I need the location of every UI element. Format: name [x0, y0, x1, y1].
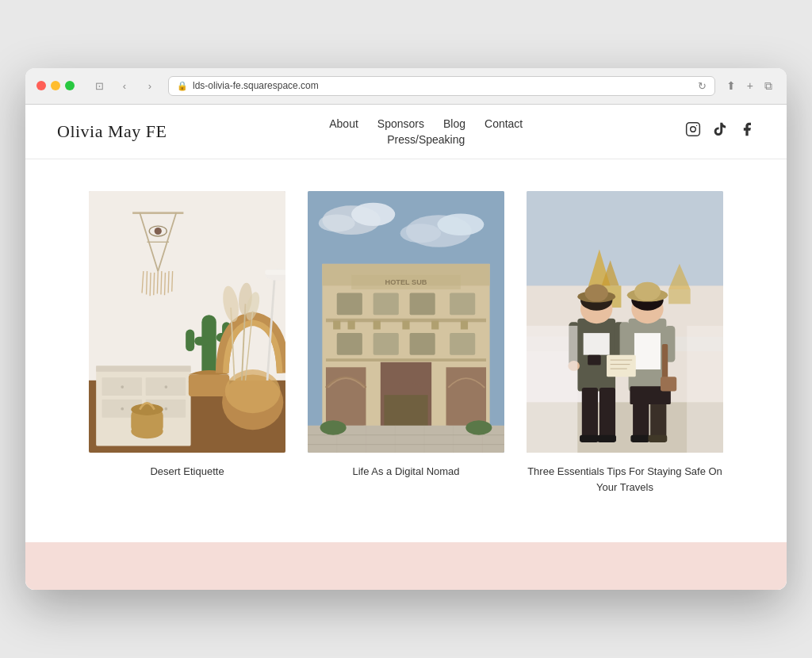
svg-point-41: [131, 404, 163, 415]
svg-rect-31: [194, 336, 209, 345]
back-button[interactable]: ‹: [114, 78, 135, 94]
sidebar-toggle-button[interactable]: ⊡: [89, 78, 109, 94]
svg-line-24: [154, 273, 155, 295]
close-button[interactable]: [36, 81, 46, 90]
svg-rect-6: [96, 365, 190, 371]
svg-rect-68: [373, 320, 381, 329]
blog-image-nomad: HOTEL SUB: [308, 191, 504, 453]
nav-sponsors[interactable]: Sponsors: [377, 117, 424, 130]
svg-point-14: [165, 407, 168, 410]
svg-point-93: [320, 420, 347, 434]
blog-title-nomad: Life As a Digital Nomad: [308, 464, 504, 480]
facebook-icon[interactable]: [739, 121, 755, 141]
svg-point-121: [634, 281, 661, 300]
site-header: Olivia May FE About Sponsors Blog Contac…: [25, 105, 787, 159]
svg-rect-64: [450, 293, 475, 315]
svg-rect-73: [373, 333, 399, 355]
maximize-button[interactable]: [65, 81, 75, 90]
svg-point-38: [225, 369, 281, 413]
svg-rect-50: [265, 270, 285, 274]
svg-rect-63: [410, 293, 435, 315]
site-logo[interactable]: Olivia May FE: [57, 121, 167, 142]
svg-rect-113: [597, 434, 616, 442]
svg-rect-70: [431, 320, 439, 329]
blog-title-travel: Three Essentials Tips For Staying Safe O…: [527, 464, 723, 495]
svg-rect-112: [580, 434, 599, 442]
blog-card-travel[interactable]: Three Essentials Tips For Staying Safe O…: [527, 191, 723, 495]
blog-card-desert[interactable]: Desert Etiquette: [89, 191, 285, 495]
svg-rect-36: [189, 374, 229, 396]
svg-text:HOTEL SUB: HOTEL SUB: [385, 277, 427, 285]
social-icons: [685, 121, 755, 141]
svg-rect-32: [186, 329, 194, 351]
svg-point-12: [165, 385, 168, 388]
site-main: Desert Etiquette: [25, 159, 787, 543]
nav-row-1: About Sponsors Blog Contact: [329, 117, 523, 130]
svg-rect-0: [687, 123, 700, 136]
blog-image-desert: [89, 191, 285, 453]
svg-point-11: [121, 385, 124, 388]
blog-card-nomad[interactable]: HOTEL SUB Life As a Digital Nomad: [308, 191, 504, 495]
svg-rect-61: [337, 293, 362, 315]
svg-point-1: [691, 127, 696, 132]
browser-controls: ⊡ ‹ ›: [89, 78, 160, 94]
nav-row-2: Press/Speaking: [387, 133, 465, 146]
site-nav: About Sponsors Blog Contact Press/Speaki…: [329, 117, 523, 146]
refresh-icon[interactable]: ↻: [698, 80, 707, 92]
svg-rect-111: [599, 388, 615, 438]
svg-point-53: [351, 202, 395, 225]
svg-rect-71: [461, 320, 468, 329]
tiktok-icon[interactable]: [712, 121, 728, 141]
browser-actions: ⬆ + ⧉: [723, 78, 776, 94]
svg-line-29: [172, 271, 173, 292]
svg-rect-122: [634, 333, 661, 369]
svg-rect-135: [661, 377, 676, 391]
svg-rect-82: [448, 388, 484, 426]
traffic-lights: [36, 81, 75, 90]
svg-rect-133: [648, 434, 667, 442]
minimize-button[interactable]: [51, 81, 60, 90]
svg-rect-62: [373, 293, 399, 315]
forward-button[interactable]: ›: [140, 78, 160, 94]
blog-grid: Desert Etiquette: [89, 191, 723, 495]
nav-about[interactable]: About: [329, 117, 358, 130]
svg-line-26: [161, 271, 162, 294]
svg-point-2: [696, 125, 697, 126]
tabs-button[interactable]: ⧉: [761, 78, 776, 94]
svg-rect-75: [450, 333, 475, 355]
url-text: lds-olivia-fe.squarespace.com: [193, 80, 319, 91]
svg-point-57: [400, 224, 441, 243]
lock-icon: 🔒: [177, 81, 188, 91]
svg-point-94: [465, 420, 492, 434]
svg-rect-78: [328, 388, 364, 426]
svg-line-25: [157, 271, 158, 293]
instagram-icon[interactable]: [685, 121, 701, 141]
site-footer: [25, 542, 787, 590]
svg-rect-137: [687, 326, 723, 453]
svg-rect-125: [607, 354, 636, 377]
svg-rect-110: [582, 388, 598, 438]
svg-point-116: [584, 284, 607, 301]
svg-rect-139: [668, 289, 691, 304]
svg-point-13: [121, 407, 124, 410]
new-tab-button[interactable]: +: [744, 78, 756, 94]
blog-title-desert: Desert Etiquette: [89, 464, 285, 480]
svg-line-23: [150, 273, 151, 296]
nav-blog[interactable]: Blog: [443, 117, 465, 130]
address-bar[interactable]: 🔒 lds-olivia-fe.squarespace.com ↻: [168, 76, 715, 96]
svg-point-20: [155, 228, 162, 235]
svg-point-56: [437, 213, 484, 235]
svg-rect-134: [662, 344, 668, 381]
website: Olivia May FE About Sponsors Blog Contac…: [25, 105, 787, 591]
blog-image-travel: [527, 191, 723, 453]
browser-chrome: ⊡ ‹ › 🔒 lds-olivia-fe.squarespace.com ↻ …: [25, 68, 787, 105]
svg-rect-67: [348, 320, 355, 329]
svg-rect-74: [410, 333, 435, 355]
nav-contact[interactable]: Contact: [485, 117, 523, 130]
svg-rect-66: [333, 320, 340, 329]
svg-rect-76: [326, 358, 486, 362]
svg-line-27: [165, 273, 166, 295]
svg-rect-132: [630, 434, 649, 442]
nav-press[interactable]: Press/Speaking: [387, 133, 465, 146]
share-button[interactable]: ⬆: [723, 78, 739, 94]
